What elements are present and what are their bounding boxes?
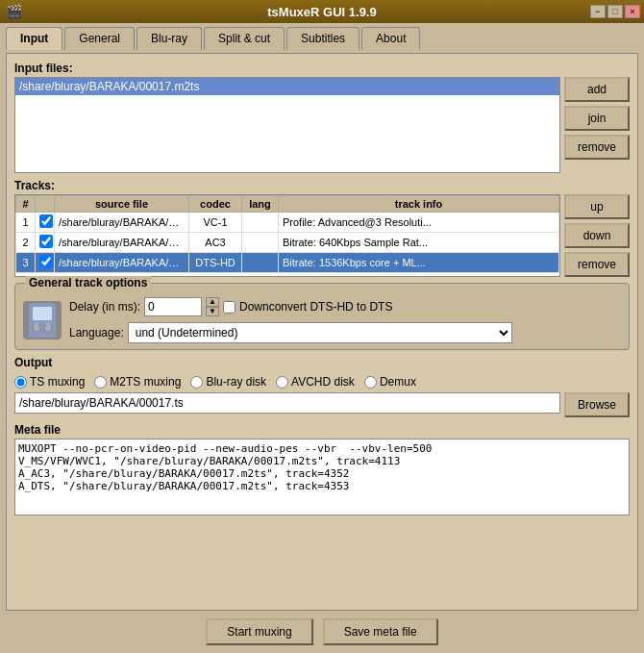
delay-controls: Delay (in ms): ▲ ▼ Downconvert DTS-HD to… [69, 297, 512, 343]
browse-button[interactable]: Browse [564, 392, 630, 417]
meta-file-label: Meta file [14, 423, 630, 437]
track-options-content: Delay (in ms): ▲ ▼ Downconvert DTS-HD to… [23, 297, 621, 343]
output-path-input[interactable] [14, 392, 560, 414]
save-meta-file-button[interactable]: Save meta file [323, 618, 438, 645]
downconvert-checkbox[interactable] [223, 301, 235, 314]
col-header-source: source file [55, 196, 189, 213]
input-files-list[interactable]: /share/bluray/BARAKA/00017.m2ts [14, 77, 560, 173]
track-codec: AC3 [189, 233, 242, 253]
input-buttons: add join remove [564, 77, 630, 173]
tracks-table: # source file codec lang track info [15, 195, 559, 273]
input-files-label: Input files: [14, 62, 630, 75]
minimize-button[interactable]: − [590, 5, 606, 18]
track-source: /share/bluray/BARAKA/00017... [55, 253, 189, 273]
track-audio-icon [23, 301, 62, 339]
track-num: 2 [16, 233, 36, 253]
table-row[interactable]: 1 /share/bluray/BARAKA/00017... VC-1 Pro… [16, 213, 559, 233]
track-buttons: up down remove [564, 194, 630, 277]
col-header-codec: codec [189, 196, 242, 213]
tab-input[interactable]: Input [6, 27, 62, 50]
close-button[interactable]: × [625, 5, 640, 18]
spinner-buttons: ▲ ▼ [206, 297, 219, 316]
radio-demux-label: Demux [380, 375, 416, 389]
track-checkbox-cell[interactable] [36, 233, 55, 253]
radio-avchd-label: AVCHD disk [291, 375, 355, 389]
table-row[interactable]: 2 /share/bluray/BARAKA/00017... AC3 Bitr… [16, 233, 559, 253]
track-checkbox-cell[interactable] [36, 253, 55, 273]
meta-textarea[interactable]: MUXOPT --no-pcr-on-video-pid --new-audio… [14, 439, 630, 515]
track-num: 3 [16, 253, 36, 273]
bottom-buttons: Start muxing Save meta file [6, 615, 638, 647]
tab-subtitles[interactable]: Subtitles [286, 27, 359, 50]
tab-bluray[interactable]: Blu-ray [136, 27, 202, 50]
downconvert-label: Downconvert DTS-HD to DTS [239, 300, 392, 314]
join-button[interactable]: join [564, 106, 630, 131]
down-button[interactable]: down [564, 223, 630, 248]
add-button[interactable]: add [564, 77, 630, 102]
delay-group: Delay (in ms): ▲ ▼ Downconvert DTS-HD to… [69, 297, 512, 316]
radio-bluray: Blu-ray disk [190, 375, 266, 389]
start-muxing-button[interactable]: Start muxing [206, 618, 312, 645]
main-window: 🎬 tsMuxeR GUI 1.9.9 − □ × Input General … [0, 0, 644, 653]
radio-avchd-input[interactable] [276, 376, 288, 389]
table-row[interactable]: 3 /share/bluray/BARAKA/00017... DTS-HD B… [16, 253, 559, 273]
tracks-label: Tracks: [14, 179, 630, 192]
track-checkbox[interactable] [39, 255, 53, 268]
remove-track-button[interactable]: remove [564, 252, 630, 277]
radio-demux-input[interactable] [364, 376, 377, 389]
radio-m2ts: M2TS muxing [94, 375, 181, 389]
tab-about[interactable]: About [361, 27, 420, 50]
output-path-row: Browse [14, 392, 630, 417]
track-lang [242, 253, 279, 273]
tracks-row: # source file codec lang track info [14, 194, 630, 277]
title-bar: 🎬 tsMuxeR GUI 1.9.9 − □ × [0, 0, 644, 23]
downconvert-group: Downconvert DTS-HD to DTS [223, 300, 392, 314]
col-header-num: # [16, 196, 36, 213]
radio-ts: TS muxing [14, 375, 85, 389]
tab-bar: Input General Blu-ray Split & cut Subtit… [6, 27, 638, 50]
spinner-down[interactable]: ▼ [206, 307, 219, 316]
tab-general[interactable]: General [64, 27, 135, 50]
window-controls: − □ × [590, 5, 640, 18]
track-info: Bitrate: 640Kbps Sample Rat... [279, 233, 559, 253]
radio-bluray-label: Blu-ray disk [206, 375, 266, 389]
window-title: tsMuxeR GUI 1.9.9 [267, 5, 376, 19]
spinner-up[interactable]: ▲ [206, 297, 219, 307]
svg-rect-4 [35, 322, 38, 326]
output-label: Output [14, 356, 630, 369]
track-checkbox[interactable] [39, 214, 53, 228]
meta-file-section: Meta file MUXOPT --no-pcr-on-video-pid -… [14, 423, 630, 518]
tab-split-cut[interactable]: Split & cut [204, 27, 285, 50]
language-select[interactable]: und (Undetermined) [128, 322, 512, 343]
radio-ts-label: TS muxing [30, 375, 85, 389]
track-checkbox-cell[interactable] [36, 213, 55, 233]
radio-bluray-input[interactable] [190, 376, 203, 389]
radio-m2ts-input[interactable] [94, 376, 107, 389]
radio-avchd: AVCHD disk [276, 375, 355, 389]
radio-ts-input[interactable] [14, 376, 27, 389]
input-file-item[interactable]: /share/bluray/BARAKA/00017.m2ts [15, 78, 559, 95]
track-codec: DTS-HD [189, 253, 242, 273]
track-source: /share/bluray/BARAKA/00017... [55, 233, 189, 253]
maximize-button[interactable]: □ [607, 5, 623, 18]
track-options-legend: General track options [25, 276, 151, 289]
svg-rect-1 [33, 307, 52, 320]
general-track-options-box: General track options [14, 283, 630, 350]
col-header-info: track info [279, 196, 559, 213]
delay-label: Delay (in ms): [69, 300, 140, 314]
language-label: Language: [69, 326, 124, 339]
input-files-section: Input files: /share/bluray/BARAKA/00017.… [14, 62, 630, 173]
language-group: Language: und (Undetermined) [69, 322, 512, 343]
remove-input-button[interactable]: remove [564, 135, 630, 160]
track-source: /share/bluray/BARAKA/00017... [55, 213, 189, 233]
track-checkbox[interactable] [39, 235, 53, 248]
track-lang [242, 233, 279, 253]
output-radio-group: TS muxing M2TS muxing Blu-ray disk AVCHD… [14, 375, 630, 389]
track-info: Bitrate: 1536Kbps core + ML... [279, 253, 559, 273]
app-icon: 🎬 [6, 4, 22, 19]
up-button[interactable]: up [564, 194, 630, 219]
input-files-row: /share/bluray/BARAKA/00017.m2ts add join… [14, 77, 630, 173]
radio-demux: Demux [364, 375, 416, 389]
delay-input[interactable] [144, 297, 202, 316]
col-header-lang: lang [242, 196, 279, 213]
